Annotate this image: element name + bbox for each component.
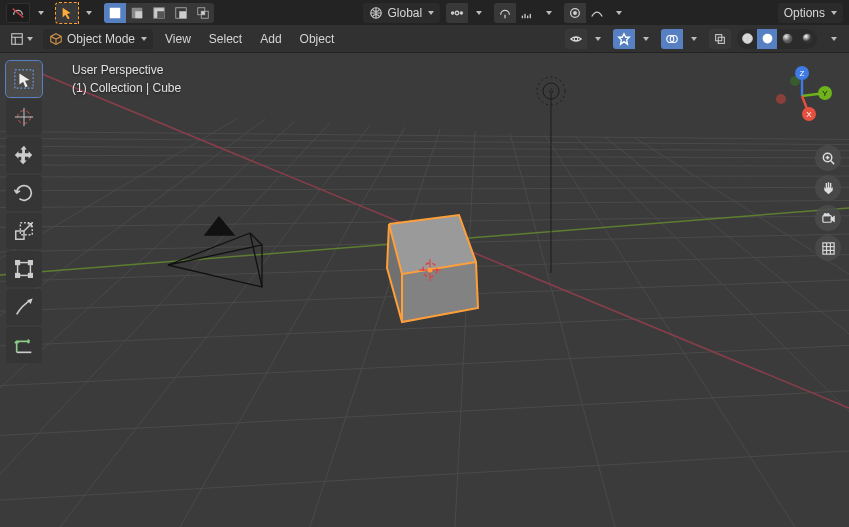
gizmo-dropdown-icon[interactable] <box>635 29 655 49</box>
svg-rect-17 <box>525 13 526 17</box>
svg-point-81 <box>428 268 433 273</box>
xray-toggle-icon[interactable] <box>709 29 731 49</box>
svg-point-13 <box>452 11 454 13</box>
svg-rect-22 <box>12 33 23 44</box>
svg-rect-91 <box>29 261 33 265</box>
gizmo-z-label: Z <box>800 69 805 78</box>
viewport-3d[interactable]: User Perspective (1) Collection | Cube <box>0 53 849 527</box>
visibility-dropdown-icon[interactable] <box>587 29 607 49</box>
select-all-icon[interactable] <box>104 3 126 23</box>
perspective-toggle-button[interactable] <box>815 235 841 261</box>
svg-rect-10 <box>201 11 205 15</box>
snap-group <box>6 3 50 23</box>
tool-select-box[interactable] <box>6 61 42 97</box>
editor-type-icon[interactable] <box>6 29 37 49</box>
svg-rect-3 <box>135 11 142 18</box>
svg-point-97 <box>776 94 786 104</box>
view-selectability-icon[interactable] <box>565 29 587 49</box>
svg-rect-92 <box>16 274 20 278</box>
menu-select[interactable]: Select <box>203 29 248 49</box>
shading-solid-icon[interactable] <box>757 29 777 49</box>
viewport-header: Object Mode View Select Add Object <box>0 25 849 53</box>
svg-rect-1 <box>110 7 121 18</box>
svg-rect-19 <box>530 13 531 17</box>
snap-increment-icon[interactable] <box>516 3 538 23</box>
viewport-hud: User Perspective (1) Collection | Cube <box>72 61 181 97</box>
snap-dropdown-icon[interactable] <box>30 3 50 23</box>
proportional-editing-icon[interactable] <box>564 3 586 23</box>
menu-object[interactable]: Object <box>294 29 341 49</box>
select-intersect-icon[interactable] <box>192 3 214 23</box>
svg-rect-5 <box>157 11 164 18</box>
shading-dropdown-icon[interactable] <box>823 29 843 49</box>
cursor-tool-group <box>56 3 98 23</box>
svg-rect-18 <box>527 15 528 18</box>
options-dropdown[interactable]: Options <box>778 3 843 23</box>
overlay-dropdown-icon[interactable] <box>683 29 703 49</box>
grid-floor <box>0 53 849 527</box>
pan-button[interactable] <box>815 175 841 201</box>
mode-dropdown[interactable]: Object Mode <box>43 29 153 49</box>
select-box-icon[interactable] <box>56 3 78 23</box>
orientation-label: Global <box>387 6 422 20</box>
svg-point-14 <box>460 11 462 13</box>
snap-toggle-icon[interactable] <box>6 3 30 23</box>
svg-line-88 <box>24 224 31 231</box>
menu-add[interactable]: Add <box>254 29 287 49</box>
svg-point-31 <box>762 34 772 44</box>
visibility-group <box>565 29 607 49</box>
show-gizmo-icon[interactable] <box>613 29 635 49</box>
svg-point-21 <box>574 11 577 14</box>
tool-measure[interactable] <box>6 327 42 363</box>
zoom-button[interactable] <box>815 145 841 171</box>
shading-mode-group <box>737 29 817 49</box>
snap-target-dropdown-icon[interactable] <box>538 3 558 23</box>
proportional-group <box>564 3 628 23</box>
selectability-group <box>104 3 214 23</box>
svg-rect-106 <box>822 215 830 222</box>
snap-target-icon[interactable] <box>494 3 516 23</box>
svg-rect-93 <box>29 274 33 278</box>
tool-move[interactable] <box>6 137 42 173</box>
shading-material-icon[interactable] <box>777 29 797 49</box>
tool-annotate[interactable] <box>6 289 42 325</box>
tool-rotate[interactable] <box>6 175 42 211</box>
options-label: Options <box>784 6 825 20</box>
pivot-group <box>446 3 488 23</box>
mode-label: Object Mode <box>67 32 135 46</box>
hud-perspective-label: User Perspective <box>72 61 181 79</box>
transform-orientation-dropdown[interactable]: Global <box>363 3 440 23</box>
gizmo-y-label: Y <box>822 89 828 98</box>
proportional-dropdown-icon[interactable] <box>608 3 628 23</box>
pivot-dropdown-icon[interactable] <box>468 3 488 23</box>
tool-scale[interactable] <box>6 213 42 249</box>
proportional-falloff-icon[interactable] <box>586 3 608 23</box>
pivot-point-icon[interactable] <box>446 3 468 23</box>
hud-collection-label: (1) Collection | Cube <box>72 79 181 97</box>
camera-view-button[interactable] <box>815 205 841 231</box>
svg-point-107 <box>824 213 826 215</box>
svg-point-33 <box>802 34 812 44</box>
shading-rendered-icon[interactable] <box>797 29 817 49</box>
select-dropdown-icon[interactable] <box>78 3 98 23</box>
svg-point-108 <box>826 213 828 215</box>
shading-wireframe-icon[interactable] <box>737 29 757 49</box>
tool-transform[interactable] <box>6 251 42 287</box>
viewport-nav-buttons <box>815 145 841 261</box>
select-subtract-icon[interactable] <box>148 3 170 23</box>
show-overlays-icon[interactable] <box>661 29 683 49</box>
select-invert-icon[interactable] <box>170 3 192 23</box>
select-extend-icon[interactable] <box>126 3 148 23</box>
snap-target-group <box>494 3 558 23</box>
tool-cursor[interactable] <box>6 99 42 135</box>
menu-view[interactable]: View <box>159 29 197 49</box>
svg-point-32 <box>782 34 792 44</box>
cube-object <box>387 215 478 322</box>
svg-rect-7 <box>179 11 186 18</box>
gizmo-group <box>613 29 655 49</box>
tool-settings-bar: Global Options <box>0 0 849 25</box>
svg-rect-109 <box>822 242 833 253</box>
svg-rect-90 <box>16 261 20 265</box>
nav-gizmo[interactable]: Z Y X <box>765 59 839 133</box>
svg-point-25 <box>574 37 578 41</box>
